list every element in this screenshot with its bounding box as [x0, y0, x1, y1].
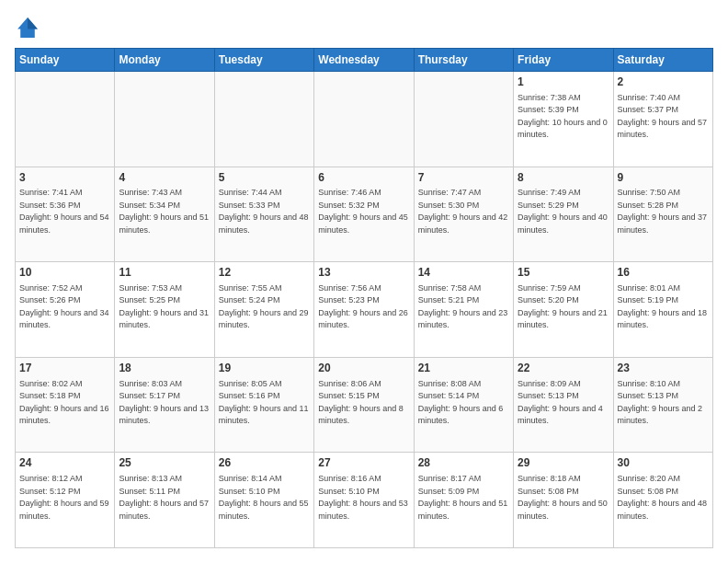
day-info: Sunrise: 8:16 AM Sunset: 5:10 PM Dayligh…	[318, 473, 409, 523]
day-number: 28	[418, 455, 509, 471]
day-info: Sunrise: 8:06 AM Sunset: 5:15 PM Dayligh…	[318, 378, 409, 428]
calendar-cell: 19Sunrise: 8:05 AM Sunset: 5:16 PM Dayli…	[214, 357, 313, 453]
calendar-cell: 10Sunrise: 7:52 AM Sunset: 5:26 PM Dayli…	[16, 262, 115, 358]
day-number: 19	[219, 361, 310, 376]
calendar-table: SundayMondayTuesdayWednesdayThursdayFrid…	[15, 48, 713, 548]
day-number: 30	[618, 455, 709, 471]
calendar-cell: 7Sunrise: 7:47 AM Sunset: 5:30 PM Daylig…	[414, 167, 513, 262]
day-number: 13	[318, 265, 409, 281]
day-number: 21	[418, 361, 509, 376]
day-info: Sunrise: 7:41 AM Sunset: 5:36 PM Dayligh…	[19, 187, 110, 236]
day-info: Sunrise: 8:18 AM Sunset: 5:08 PM Dayligh…	[518, 473, 609, 523]
day-number: 10	[19, 265, 110, 281]
day-info: Sunrise: 7:46 AM Sunset: 5:32 PM Dayligh…	[318, 187, 409, 236]
calendar-cell: 20Sunrise: 8:06 AM Sunset: 5:15 PM Dayli…	[314, 357, 414, 453]
calendar-cell: 24Sunrise: 8:12 AM Sunset: 5:12 PM Dayli…	[16, 453, 115, 548]
calendar-cell: 27Sunrise: 8:16 AM Sunset: 5:10 PM Dayli…	[314, 453, 414, 548]
calendar-cell: 25Sunrise: 8:13 AM Sunset: 5:11 PM Dayli…	[115, 453, 214, 548]
logo-icon	[15, 15, 40, 40]
day-number: 18	[119, 361, 210, 376]
day-info: Sunrise: 7:49 AM Sunset: 5:29 PM Dayligh…	[518, 187, 609, 236]
calendar-cell: 1Sunrise: 7:38 AM Sunset: 5:39 PM Daylig…	[514, 72, 613, 167]
calendar-cell: 6Sunrise: 7:46 AM Sunset: 5:32 PM Daylig…	[314, 167, 414, 262]
day-number: 16	[618, 265, 709, 281]
day-number: 14	[418, 265, 509, 281]
calendar-header-tuesday: Tuesday	[214, 49, 313, 72]
day-number: 11	[119, 265, 210, 281]
day-number: 8	[518, 170, 609, 186]
header	[15, 15, 713, 40]
day-info: Sunrise: 7:47 AM Sunset: 5:30 PM Dayligh…	[418, 187, 509, 236]
calendar-cell: 26Sunrise: 8:14 AM Sunset: 5:10 PM Dayli…	[214, 453, 313, 548]
calendar-cell: 18Sunrise: 8:03 AM Sunset: 5:17 PM Dayli…	[115, 357, 214, 453]
calendar-cell: 15Sunrise: 7:59 AM Sunset: 5:20 PM Dayli…	[514, 262, 613, 358]
day-info: Sunrise: 7:52 AM Sunset: 5:26 PM Dayligh…	[19, 282, 110, 332]
calendar-week-3: 17Sunrise: 8:02 AM Sunset: 5:18 PM Dayli…	[16, 357, 713, 453]
calendar-cell	[414, 72, 513, 167]
day-number: 22	[518, 361, 609, 376]
calendar-week-0: 1Sunrise: 7:38 AM Sunset: 5:39 PM Daylig…	[16, 72, 713, 167]
day-number: 20	[318, 361, 409, 376]
calendar-cell: 8Sunrise: 7:49 AM Sunset: 5:29 PM Daylig…	[514, 167, 613, 262]
svg-marker-1	[28, 17, 38, 29]
calendar-cell: 5Sunrise: 7:44 AM Sunset: 5:33 PM Daylig…	[214, 167, 313, 262]
day-info: Sunrise: 8:02 AM Sunset: 5:18 PM Dayligh…	[19, 378, 110, 428]
day-number: 24	[19, 455, 110, 471]
calendar-cell: 9Sunrise: 7:50 AM Sunset: 5:28 PM Daylig…	[613, 167, 712, 262]
day-info: Sunrise: 8:08 AM Sunset: 5:14 PM Dayligh…	[418, 378, 509, 428]
calendar-cell: 28Sunrise: 8:17 AM Sunset: 5:09 PM Dayli…	[414, 453, 513, 548]
day-number: 1	[518, 75, 609, 90]
calendar-header-monday: Monday	[115, 49, 214, 72]
calendar-cell: 12Sunrise: 7:55 AM Sunset: 5:24 PM Dayli…	[214, 262, 313, 358]
day-info: Sunrise: 7:55 AM Sunset: 5:24 PM Dayligh…	[219, 282, 310, 332]
calendar-header-row: SundayMondayTuesdayWednesdayThursdayFrid…	[16, 49, 713, 72]
day-info: Sunrise: 7:44 AM Sunset: 5:33 PM Dayligh…	[219, 187, 310, 236]
day-info: Sunrise: 7:53 AM Sunset: 5:25 PM Dayligh…	[119, 282, 210, 332]
calendar-cell: 3Sunrise: 7:41 AM Sunset: 5:36 PM Daylig…	[16, 167, 115, 262]
day-info: Sunrise: 8:09 AM Sunset: 5:13 PM Dayligh…	[518, 378, 609, 428]
day-info: Sunrise: 8:13 AM Sunset: 5:11 PM Dayligh…	[119, 473, 210, 523]
calendar-cell: 2Sunrise: 7:40 AM Sunset: 5:37 PM Daylig…	[613, 72, 712, 167]
day-number: 2	[618, 75, 709, 90]
calendar-cell: 29Sunrise: 8:18 AM Sunset: 5:08 PM Dayli…	[514, 453, 613, 548]
calendar-header-friday: Friday	[514, 49, 613, 72]
day-number: 5	[219, 170, 310, 186]
calendar-cell: 4Sunrise: 7:43 AM Sunset: 5:34 PM Daylig…	[115, 167, 214, 262]
day-info: Sunrise: 7:56 AM Sunset: 5:23 PM Dayligh…	[318, 282, 409, 332]
logo	[15, 15, 44, 40]
calendar-cell: 16Sunrise: 8:01 AM Sunset: 5:19 PM Dayli…	[613, 262, 712, 358]
calendar-cell: 13Sunrise: 7:56 AM Sunset: 5:23 PM Dayli…	[314, 262, 414, 358]
calendar-cell: 30Sunrise: 8:20 AM Sunset: 5:08 PM Dayli…	[613, 453, 712, 548]
day-number: 26	[219, 455, 310, 471]
day-number: 27	[318, 455, 409, 471]
day-number: 9	[618, 170, 709, 186]
day-info: Sunrise: 8:17 AM Sunset: 5:09 PM Dayligh…	[418, 473, 509, 523]
day-number: 6	[318, 170, 409, 186]
day-info: Sunrise: 8:05 AM Sunset: 5:16 PM Dayligh…	[219, 378, 310, 428]
calendar-cell: 23Sunrise: 8:10 AM Sunset: 5:13 PM Dayli…	[613, 357, 712, 453]
day-number: 3	[19, 170, 110, 186]
day-info: Sunrise: 8:10 AM Sunset: 5:13 PM Dayligh…	[618, 378, 709, 428]
day-info: Sunrise: 8:03 AM Sunset: 5:17 PM Dayligh…	[119, 378, 210, 428]
day-info: Sunrise: 8:01 AM Sunset: 5:19 PM Dayligh…	[618, 282, 709, 332]
day-info: Sunrise: 7:58 AM Sunset: 5:21 PM Dayligh…	[418, 282, 509, 332]
day-number: 17	[19, 361, 110, 376]
calendar-header-sunday: Sunday	[16, 49, 115, 72]
calendar-cell: 17Sunrise: 8:02 AM Sunset: 5:18 PM Dayli…	[16, 357, 115, 453]
day-info: Sunrise: 7:50 AM Sunset: 5:28 PM Dayligh…	[618, 187, 709, 236]
calendar-week-2: 10Sunrise: 7:52 AM Sunset: 5:26 PM Dayli…	[16, 262, 713, 358]
calendar-header-saturday: Saturday	[613, 49, 712, 72]
page: SundayMondayTuesdayWednesdayThursdayFrid…	[0, 0, 728, 563]
calendar-cell: 14Sunrise: 7:58 AM Sunset: 5:21 PM Dayli…	[414, 262, 513, 358]
day-number: 15	[518, 265, 609, 281]
calendar-cell: 21Sunrise: 8:08 AM Sunset: 5:14 PM Dayli…	[414, 357, 513, 453]
day-info: Sunrise: 8:14 AM Sunset: 5:10 PM Dayligh…	[219, 473, 310, 523]
day-number: 23	[618, 361, 709, 376]
day-number: 25	[119, 455, 210, 471]
day-info: Sunrise: 7:40 AM Sunset: 5:37 PM Dayligh…	[618, 92, 709, 142]
day-number: 7	[418, 170, 509, 186]
calendar-cell	[115, 72, 214, 167]
calendar-week-1: 3Sunrise: 7:41 AM Sunset: 5:36 PM Daylig…	[16, 167, 713, 262]
calendar-header-thursday: Thursday	[414, 49, 513, 72]
calendar-header-wednesday: Wednesday	[314, 49, 414, 72]
